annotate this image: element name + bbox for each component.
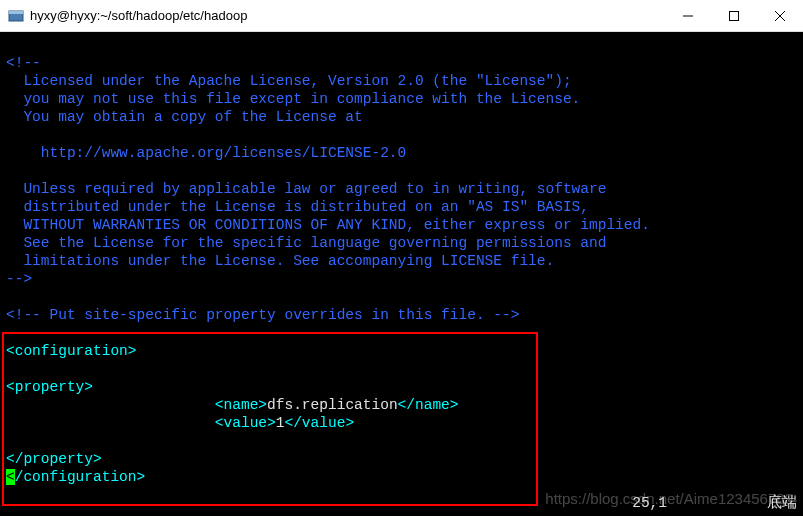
license-line: WITHOUT WARRANTIES OR CONDITIONS OF ANY … xyxy=(6,217,650,233)
site-comment: <!-- Put site-specific property override… xyxy=(6,307,519,323)
name-close-tag: </name> xyxy=(398,397,459,413)
name-value: dfs.replication xyxy=(267,397,398,413)
cursor: < xyxy=(6,469,15,485)
indent xyxy=(6,415,215,431)
indent xyxy=(6,397,215,413)
svg-rect-3 xyxy=(730,12,739,21)
minimize-button[interactable] xyxy=(665,0,711,32)
cursor-position: 25,1 xyxy=(632,494,667,512)
license-line: You may obtain a copy of the License at xyxy=(6,109,363,125)
terminal-content[interactable]: <!-- Licensed under the Apache License, … xyxy=(0,32,803,516)
license-line: distributed under the License is distrib… xyxy=(6,199,589,215)
comment-open: <!-- xyxy=(6,55,41,71)
license-line: Unless required by applicable law or agr… xyxy=(6,181,606,197)
window-titlebar: hyxy@hyxy:~/soft/hadoop/etc/hadoop xyxy=(0,0,803,32)
close-button[interactable] xyxy=(757,0,803,32)
value-close-tag: </value> xyxy=(284,415,354,431)
window-controls xyxy=(665,0,803,31)
license-line: Licensed under the Apache License, Versi… xyxy=(6,73,572,89)
license-line: See the License for the specific languag… xyxy=(6,235,606,251)
property-close-tag: </property> xyxy=(6,451,102,467)
comment-close: --> xyxy=(6,271,32,287)
license-line: http://www.apache.org/licenses/LICENSE-2… xyxy=(6,145,406,161)
name-open-tag: <name> xyxy=(215,397,267,413)
configuration-open-tag: <configuration> xyxy=(6,343,137,359)
status-line: 25,1 底端 xyxy=(6,494,797,512)
configuration-close-tag: /configuration> xyxy=(15,469,146,485)
maximize-button[interactable] xyxy=(711,0,757,32)
svg-rect-1 xyxy=(9,11,23,14)
file-location: 底端 xyxy=(767,494,797,512)
value-open-tag: <value> xyxy=(215,415,276,431)
app-icon xyxy=(8,8,24,24)
property-open-tag: <property> xyxy=(6,379,93,395)
license-line: limitations under the License. See accom… xyxy=(6,253,554,269)
window-title: hyxy@hyxy:~/soft/hadoop/etc/hadoop xyxy=(30,8,665,23)
license-line: you may not use this file except in comp… xyxy=(6,91,580,107)
